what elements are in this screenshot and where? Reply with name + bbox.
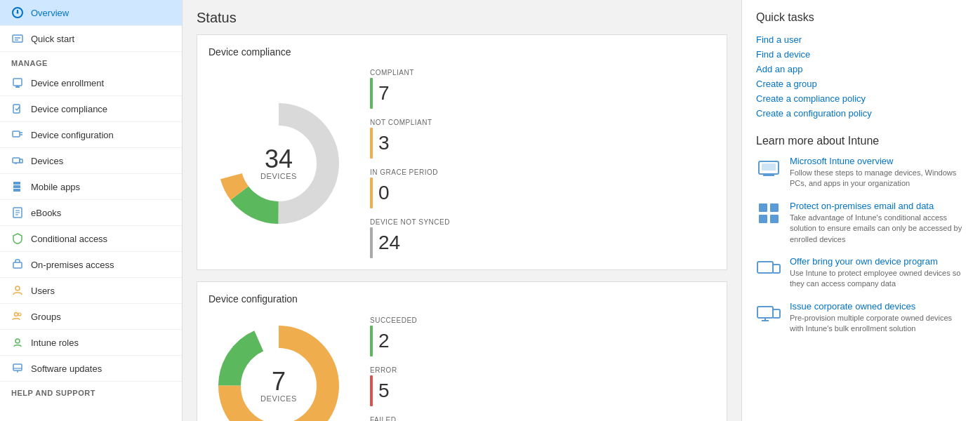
compliance-donut-chart: 34 DEVICES	[208, 93, 349, 234]
software-updates-icon	[11, 362, 24, 375]
sidebar-item-device-configuration[interactable]: Device configuration	[0, 122, 182, 148]
learn-item-0-desc: Follow these steps to manage devices, Wi…	[790, 168, 966, 189]
svg-rect-39	[759, 203, 767, 212]
svg-rect-45	[757, 307, 773, 318]
svg-rect-13	[13, 158, 20, 163]
quick-task-find-device[interactable]: Find a device	[756, 47, 966, 62]
stat-succeeded-bar	[370, 326, 373, 356]
svg-rect-18	[13, 189, 20, 192]
devices-icon	[11, 154, 24, 167]
svg-rect-7	[15, 86, 20, 88]
sidebar-mobile-apps-label: Mobile apps	[31, 182, 80, 192]
help-support-label: HELP AND SUPPORT	[0, 382, 182, 400]
stat-error: ERROR 5	[370, 366, 417, 406]
learn-item-1-desc: Take advantage of Intune's conditional a…	[790, 213, 966, 245]
stat-not-synced-value: 24	[378, 233, 400, 253]
stat-not-synced-bar	[370, 227, 373, 258]
svg-point-25	[15, 313, 18, 316]
compliance-donut-center: 34 DEVICES	[260, 147, 297, 180]
overview-icon	[11, 6, 24, 19]
svg-rect-43	[757, 262, 773, 273]
sidebar-overview-label: Overview	[31, 8, 69, 18]
sidebar-device-configuration-label: Device configuration	[31, 130, 114, 140]
learn-more-section: Learn more about Intune Microsoft Intune…	[756, 135, 966, 335]
sidebar-item-users[interactable]: Users	[0, 278, 182, 304]
quick-task-create-group[interactable]: Create a group	[756, 76, 966, 91]
learn-item-2: Offer bring your own device program Use …	[756, 256, 966, 290]
stat-not-compliant: NOT COMPLIANT 3	[370, 119, 450, 159]
sidebar-item-quick-start[interactable]: Quick start	[0, 26, 182, 52]
svg-rect-14	[20, 159, 22, 163]
sidebar-devices-label: Devices	[31, 156, 63, 166]
svg-point-27	[15, 339, 20, 343]
manage-section-label: MANAGE	[0, 52, 182, 70]
learn-item-1: Protect on-premises email and data Take …	[756, 201, 966, 245]
quick-tasks-title: Quick tasks	[756, 11, 966, 24]
stat-grace-period-bar	[370, 178, 373, 208]
sidebar-conditional-access-label: Conditional access	[31, 234, 107, 244]
learn-item-0-title[interactable]: Microsoft Intune overview	[790, 156, 966, 166]
sidebar-on-premises-label: On-premises access	[31, 260, 114, 270]
device-configuration-icon	[11, 128, 24, 141]
compliance-card-title: Device compliance	[208, 46, 715, 58]
learn-item-1-title[interactable]: Protect on-premises email and data	[790, 201, 966, 211]
learn-item-2-title[interactable]: Offer bring your own device program	[790, 256, 966, 267]
svg-rect-10	[13, 131, 20, 137]
svg-rect-28	[13, 364, 22, 370]
svg-rect-9	[13, 105, 20, 113]
learn-icon-2	[756, 256, 781, 281]
stat-error-value: 5	[378, 381, 390, 401]
svg-rect-16	[13, 182, 20, 185]
svg-rect-46	[773, 309, 780, 318]
sidebar-item-conditional-access[interactable]: Conditional access	[0, 226, 182, 252]
svg-rect-3	[13, 35, 22, 42]
sidebar-software-updates-label: Software updates	[31, 363, 102, 374]
stat-error-bar	[370, 375, 373, 406]
learn-item-2-desc: Use Intune to protect employee owned dev…	[790, 268, 966, 290]
stat-not-compliant-name: NOT COMPLIANT	[370, 119, 450, 126]
sidebar-ebooks-label: eBooks	[31, 208, 61, 218]
stat-compliant-value: 7	[378, 83, 390, 103]
stat-succeeded: SUCCEEDED 2	[370, 316, 417, 356]
svg-rect-40	[770, 203, 779, 212]
svg-rect-42	[770, 215, 779, 223]
sidebar-item-intune-roles[interactable]: Intune roles	[0, 330, 182, 356]
configuration-total: 7	[260, 369, 297, 394]
sidebar-item-overview[interactable]: Overview	[0, 0, 182, 26]
stat-compliant-bar	[370, 78, 373, 109]
learn-icon-3	[756, 301, 781, 326]
svg-rect-44	[773, 265, 780, 273]
compliance-total: 34	[260, 147, 297, 172]
sidebar-item-device-compliance[interactable]: Device compliance	[0, 96, 182, 122]
learn-item-3: Issue corporate owned devices Pre-provis…	[756, 301, 966, 335]
sidebar-item-device-enrollment[interactable]: Device enrollment	[0, 70, 182, 96]
sidebar-item-ebooks[interactable]: eBooks	[0, 200, 182, 226]
sidebar-item-mobile-apps[interactable]: Mobile apps	[0, 174, 182, 200]
quick-task-configuration-policy[interactable]: Create a configuration policy	[756, 106, 966, 121]
learn-item-3-title[interactable]: Issue corporate owned devices	[790, 301, 966, 312]
quick-task-find-user[interactable]: Find a user	[756, 32, 966, 47]
sidebar-item-devices[interactable]: Devices	[0, 148, 182, 174]
quick-task-compliance-policy[interactable]: Create a compliance policy	[756, 91, 966, 106]
svg-point-26	[18, 313, 21, 316]
svg-rect-37	[763, 174, 774, 176]
device-compliance-card: Device compliance 34 DEVICES	[197, 34, 727, 270]
configuration-donut-center: 7 DEVICES	[260, 369, 297, 403]
stat-grace-period-value: 0	[378, 183, 390, 203]
configuration-donut-chart: 7 DEVICES	[208, 316, 349, 421]
quick-task-add-app[interactable]: Add an app	[756, 62, 966, 76]
status-header: Status	[197, 0, 727, 34]
sidebar-item-groups[interactable]: Groups	[0, 304, 182, 330]
svg-rect-38	[762, 163, 776, 171]
compliance-devices-label: DEVICES	[260, 172, 297, 180]
stat-compliant: COMPLIANT 7	[370, 69, 450, 109]
stat-error-name: ERROR	[370, 366, 417, 374]
svg-point-2	[17, 12, 19, 14]
quick-start-icon	[11, 32, 24, 45]
sidebar-item-software-updates[interactable]: Software updates	[0, 356, 182, 382]
sidebar-item-on-premises[interactable]: On-premises access	[0, 252, 182, 278]
stat-succeeded-name: SUCCEEDED	[370, 316, 417, 324]
stat-not-synced-name: DEVICE NOT SYNCED	[370, 218, 450, 226]
stat-failed: FAILED	[370, 416, 417, 422]
svg-rect-6	[13, 79, 22, 86]
